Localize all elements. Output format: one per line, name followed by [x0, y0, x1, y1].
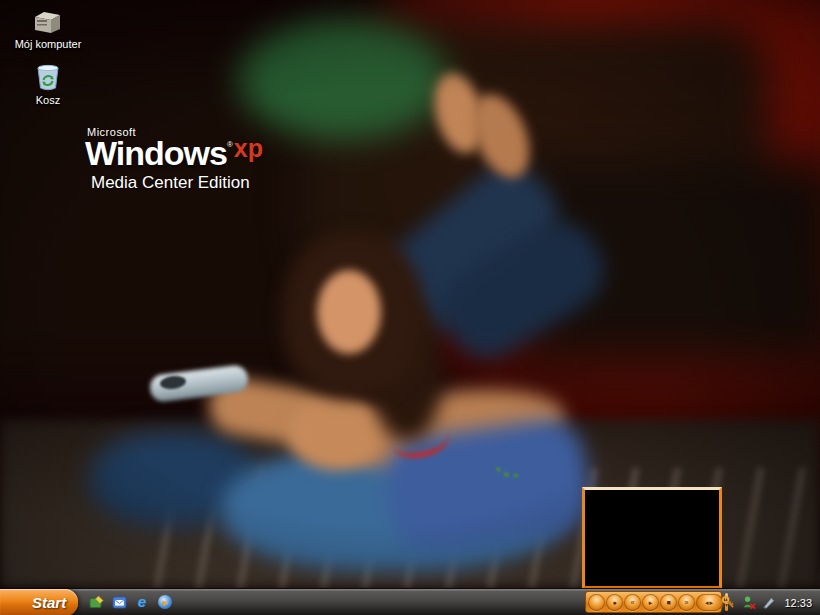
internet-explorer-icon[interactable]: e	[134, 594, 150, 610]
language-pen-icon[interactable]	[761, 595, 776, 610]
show-desktop-icon[interactable]	[88, 594, 104, 610]
mail-icon[interactable]	[111, 594, 127, 610]
logo-windows-line: Windows®xp	[85, 134, 263, 173]
windows-media-player-glyph: ▶	[158, 595, 172, 609]
start-windows-flag-icon	[8, 594, 27, 611]
windows-flag-icon	[161, 64, 253, 144]
taskbar-clock[interactable]: 12:33	[784, 597, 812, 609]
windows-xp-mce-logo: Microsoft Windows®xp Media Center Editio…	[85, 60, 300, 195]
start-button-label: Start	[32, 594, 66, 611]
desktop-icon-label: Kosz	[36, 94, 60, 106]
desktop-icon-recycle-bin[interactable]: Kosz	[5, 62, 91, 106]
media-center-flag-icon	[591, 597, 603, 607]
start-button[interactable]: Start	[0, 589, 78, 615]
rewind-button[interactable]: «	[624, 594, 641, 611]
taskbar: Start e ▶	[0, 588, 820, 615]
media-center-toolbar: ● « ▸ ■ » ◂▸ ▴ ▾	[585, 591, 722, 613]
quick-launch-bar: e ▶	[88, 594, 173, 610]
record-button[interactable]: ●	[606, 594, 623, 611]
forward-button[interactable]: »	[678, 594, 695, 611]
media-center-video-preview[interactable]	[582, 487, 722, 589]
logo-xp-text: xp	[234, 134, 263, 163]
desktop: Mój komputer Kosz Microsoft Windows®xp M…	[0, 0, 820, 615]
logo-edition-text: Media Center Edition	[91, 173, 250, 193]
windows-media-player-icon[interactable]: ▶	[157, 594, 173, 610]
internet-explorer-glyph: e	[138, 595, 146, 609]
stop-button[interactable]: ■	[660, 594, 677, 611]
media-center-start-button[interactable]	[588, 594, 605, 611]
desktop-icon-my-computer[interactable]: Mój komputer	[5, 6, 91, 50]
key-icon[interactable]	[721, 595, 736, 610]
messenger-offline-icon[interactable]	[741, 595, 756, 610]
system-tray: 12:33	[711, 589, 820, 615]
play-button[interactable]: ▸	[642, 594, 659, 611]
logo-windows-text: Windows	[85, 134, 227, 172]
logo-registered-mark: ®	[227, 140, 233, 149]
mail-glyph	[112, 595, 127, 610]
my-computer-icon	[31, 6, 65, 36]
desktop-icon-label: Mój komputer	[15, 38, 82, 50]
show-desktop-glyph	[89, 595, 104, 610]
recycle-bin-icon	[34, 62, 62, 92]
